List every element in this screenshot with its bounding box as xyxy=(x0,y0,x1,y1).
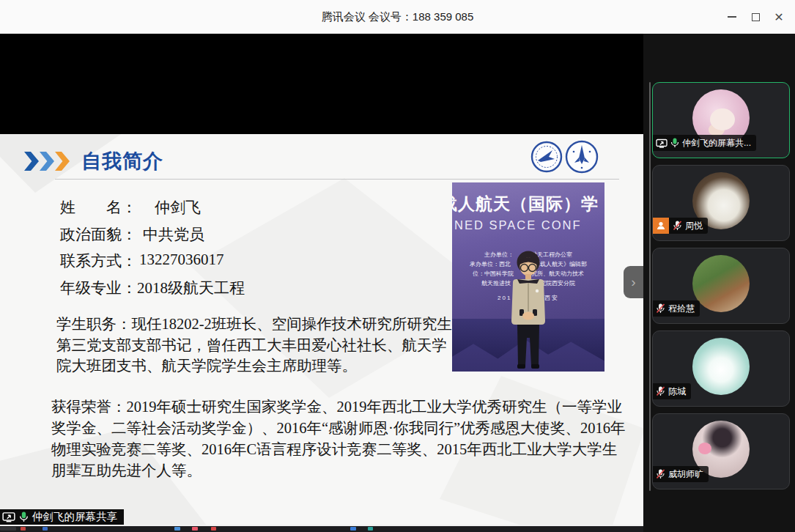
school-logo-icon xyxy=(565,140,599,174)
info-row: 联系方式： 13227036017 xyxy=(60,251,245,267)
honors-paragraph: 获得荣誉：2019年硕士研究生国家奖学金、2019年西北工业大学优秀研究生（一等… xyxy=(51,396,632,481)
avatar xyxy=(692,338,750,395)
info-row: 政治面貌： 中共党员 xyxy=(60,224,245,240)
info-label: 政治面貌： xyxy=(60,224,137,240)
info-value: 仲剑飞 xyxy=(155,197,201,213)
info-row: 姓 名： 仲剑飞 xyxy=(60,197,245,213)
participant-label: 程拾慧 xyxy=(653,300,700,317)
screen-share-label: 仲剑飞的屏幕共享 xyxy=(32,510,117,524)
participant-name: 威胡师旷 xyxy=(668,468,703,481)
info-label: 姓 名： xyxy=(60,197,137,213)
header-divider xyxy=(55,179,619,180)
participant-name: 仲剑飞的屏幕共... xyxy=(682,137,751,149)
close-icon[interactable]: ✕ xyxy=(767,5,791,29)
mic-muted-icon xyxy=(673,221,682,231)
participant-label: 威胡师旷 xyxy=(653,466,709,482)
banner-title-en: NED SPACE CONF xyxy=(454,218,581,232)
avatar xyxy=(692,255,750,312)
tencent-meeting-window: 腾讯会议 会议号：188 359 085 ✕ 自我简介 xyxy=(0,0,795,532)
student-duties-paragraph: 学生职务：现任18202-2班班长、空间操作技术研究所研究生第三党支部支部书记，… xyxy=(56,314,456,377)
meeting-title: 腾讯会议 会议号：188 359 085 xyxy=(0,0,795,34)
window-titlebar[interactable]: 腾讯会议 会议号：188 359 085 ✕ xyxy=(0,0,795,34)
screen-share-icon xyxy=(2,511,15,522)
screen-share-status: 仲剑飞的屏幕共享 xyxy=(0,509,124,525)
slide-header: 自我简介 xyxy=(24,148,163,174)
info-row: 年级专业： 2018级航天工程 xyxy=(60,278,245,294)
participant-tile-sharer[interactable]: 仲剑飞的屏幕共... xyxy=(652,82,790,158)
participant-label: 周悦 xyxy=(653,218,708,234)
mic-muted-icon xyxy=(656,386,665,396)
participant-name: 陈城 xyxy=(668,385,686,398)
chevron-right-icon: › xyxy=(631,274,635,290)
mic-on-icon xyxy=(19,511,29,522)
chevron-decor-icon xyxy=(24,152,39,171)
shared-screen-area: 自我简介 xyxy=(0,34,643,532)
mic-muted-icon xyxy=(656,469,665,479)
info-label: 年级专业： xyxy=(60,278,137,294)
participants-sidebar: 仲剑飞的屏幕共... 周悦 xyxy=(643,34,795,532)
info-value: 2018级航天工程 xyxy=(137,278,245,294)
university-logo-icon xyxy=(530,141,563,173)
screen-share-icon xyxy=(656,138,668,148)
person-portrait xyxy=(493,248,563,372)
maximize-icon[interactable] xyxy=(744,5,767,29)
sidebar-scrollbar[interactable] xyxy=(649,82,651,491)
participant-label: 仲剑飞的屏幕共... xyxy=(653,135,756,151)
participant-label: 陈城 xyxy=(653,383,691,399)
personal-info: 姓 名： 仲剑飞 政治面貌： 中共党员 联系方式： 13227036017 年级… xyxy=(60,197,245,304)
participant-name: 程拾慧 xyxy=(668,303,695,315)
taskbar-sliver xyxy=(0,526,643,532)
presentation-slide: 自我简介 xyxy=(0,134,643,532)
chevron-decor-icon xyxy=(55,152,70,171)
participant-tile[interactable]: 威胡师旷 xyxy=(652,413,790,489)
participant-tile[interactable]: 陈城 xyxy=(652,330,790,407)
participant-tile[interactable]: 程拾慧 xyxy=(652,248,790,324)
mic-on-icon xyxy=(670,138,679,148)
banner-title-cn: 载人航天（国际）学 xyxy=(452,193,604,215)
info-value: 13227036017 xyxy=(139,251,224,267)
chevron-decor-icon xyxy=(40,152,54,171)
info-value: 中共党员 xyxy=(143,224,204,240)
participant-name: 周悦 xyxy=(685,220,703,232)
mic-muted-icon xyxy=(656,303,665,314)
host-badge-icon xyxy=(653,218,669,234)
collapse-sidebar-button[interactable]: › xyxy=(624,266,643,298)
conference-photo: 载人航天（国际）学 NED SPACE CONF 主办单位： 人航天工程办公室 … xyxy=(452,182,604,372)
minimize-icon[interactable] xyxy=(720,5,744,29)
window-controls: ✕ xyxy=(720,0,791,34)
info-label: 联系方式： xyxy=(60,251,137,267)
participant-tile[interactable]: 周悦 xyxy=(652,165,790,241)
slide-title: 自我简介 xyxy=(81,148,163,174)
